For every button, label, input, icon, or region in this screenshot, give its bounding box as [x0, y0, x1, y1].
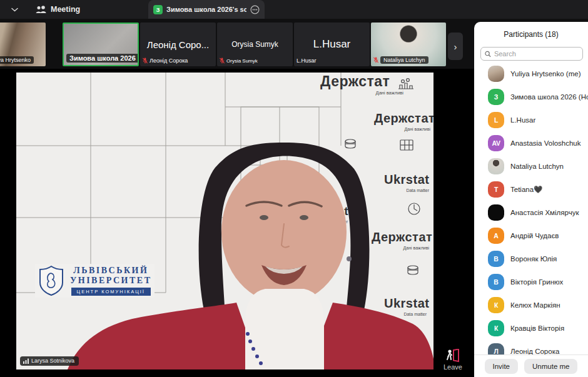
participant-name: L.Husar [510, 116, 535, 124]
svg-text:Держстат: Держстат [374, 111, 433, 125]
svg-text:Дані важливі: Дані важливі [403, 246, 430, 251]
avatar [488, 204, 504, 221]
participant-row[interactable]: L L.Husar [474, 108, 588, 131]
tab-shared-screen[interactable]: З Зимова школа 2026's screen [148, 0, 265, 19]
participant-row[interactable]: З Зимова школа 2026 (Host) [474, 85, 588, 108]
participant-row[interactable]: Yuliya Hrytsenko (me) [474, 62, 588, 85]
avatar: Л [488, 343, 504, 355]
speaker-video[interactable]: Держстат Дані важливі Держстат Дані важл… [16, 73, 433, 369]
participants-footer: Invite Unmute me [474, 354, 588, 377]
muted-mic-icon [373, 57, 378, 63]
avatar: З [488, 89, 504, 105]
svg-text:Дані важливі: Дані важливі [376, 90, 404, 96]
search-icon [485, 51, 491, 58]
avatar: T [488, 181, 504, 198]
avatar: AV [488, 135, 504, 151]
svg-text:Дані важливі: Дані важливі [405, 127, 431, 132]
invite-button[interactable]: Invite [485, 359, 519, 374]
muted-mic-icon [143, 58, 148, 64]
participant-name: Леонід Сорока [510, 348, 559, 355]
svg-text:Data matter: Data matter [406, 188, 429, 193]
chevron-down-icon[interactable] [11, 8, 18, 12]
participants-title: Participants (18) [474, 22, 588, 39]
participant-row[interactable]: Л Леонід Сорока [474, 339, 588, 354]
university-name-line2: УНІВЕРСИТЕТ [70, 276, 152, 286]
svg-text:Ukrstat: Ukrstat [384, 173, 429, 186]
svg-text:Держстат: Держстат [320, 73, 390, 89]
university-crest-icon [38, 265, 65, 296]
avatar [488, 66, 504, 82]
tab-options-icon[interactable] [250, 5, 260, 14]
participant-row[interactable]: К Келюх Маркіян [474, 293, 588, 316]
people-icon [36, 6, 46, 14]
tile-name-label: L.Husar [297, 58, 317, 64]
speaker-name-label: Larysa Sotnikova [20, 356, 79, 366]
search-input[interactable] [494, 50, 579, 58]
participant-name: Анастасія Хмілярчук [510, 209, 579, 216]
speaker-figure [68, 143, 433, 369]
participant-row[interactable]: В Вікторія Гринюх [474, 270, 588, 293]
participant-name: Anastasia Voloshchuk [510, 139, 581, 147]
avatar: В [488, 251, 504, 267]
tile-name-label: Зимова школа 2026 [66, 54, 139, 63]
avatar: К [488, 320, 504, 336]
unmute-me-button[interactable]: Unmute me [524, 359, 577, 374]
leave-button[interactable]: Leave [438, 349, 468, 371]
filmstrip-tile-orysia[interactable]: Orysia Sumyk Orysia Sumyk [217, 23, 293, 66]
participant-row[interactable]: A Андрій Чудаєв [474, 224, 588, 247]
filmstrip-tile-share-selected[interactable]: Зимова школа 2026 [63, 23, 139, 66]
participants-search[interactable] [480, 47, 583, 61]
participant-row[interactable]: Nataliya Lutchyn [474, 154, 588, 178]
tile-name-label: Orysia Sumyk [226, 58, 258, 64]
filmstrip-tile-nataliya[interactable]: Nataliya Lutchyn [371, 23, 446, 66]
university-name-line1: ЛЬВІВСЬКИЙ [73, 266, 148, 276]
svg-text:Data matter: Data matter [403, 312, 427, 316]
speaker-video-scene: Держстат Дані важливі Держстат Дані важл… [16, 73, 433, 369]
svg-text:Ukrstat: Ukrstat [384, 296, 429, 310]
university-banner: ЦЕНТР КОМУНІКАЦІЇ [71, 288, 151, 296]
tab-meeting[interactable]: Meeting [36, 5, 80, 14]
chevron-right-icon: › [454, 41, 457, 52]
filmstrip-tile-leonid[interactable]: Леонід Соро... Леонід Сорока [140, 23, 216, 66]
participant-row[interactable]: T Tetiana🖤 [474, 178, 588, 201]
participant-name: Вікторія Гринюх [510, 278, 563, 286]
meeting-tab-label: Meeting [51, 5, 80, 14]
svg-text:Держстат: Держстат [372, 230, 432, 244]
speaker-name-text: Larysa Sotnikova [31, 358, 74, 364]
participant-name: Yuliya Hrytsenko (me) [510, 70, 580, 78]
participant-row[interactable]: К Кравців Вікторія [474, 316, 588, 339]
leave-door-icon [445, 349, 460, 363]
tile-name-label: Леонід Сорока [150, 58, 188, 64]
shared-screen-badge: З [153, 5, 163, 14]
zoom-meeting-window: Держстат Дані важливі Держстат Дані важл… [0, 0, 588, 377]
filmstrip-tile-yuliya[interactable]: Yuliya Hrytsenko [0, 23, 46, 66]
participant-row[interactable]: В Вороняк Юлія [474, 247, 588, 270]
tile-name-label: Yuliya Hrytsenko [0, 56, 34, 64]
participant-name: Кравців Вікторія [510, 324, 564, 332]
audio-level-icon [23, 358, 29, 364]
avatar: К [488, 297, 504, 313]
avatar: L [488, 112, 504, 128]
participant-name: Tetiana🖤 [510, 185, 542, 194]
participants-panel: Participants (18) Yuliya Hrytsenko (me) … [474, 22, 588, 377]
window-titlebar: Meeting З Зимова школа 2026's screen [0, 0, 588, 19]
university-logo: ЛЬВІВСЬКИЙ УНІВЕРСИТЕТ ЦЕНТР КОМУНІКАЦІЇ [35, 264, 155, 298]
participant-row[interactable]: Анастасія Хмілярчук [474, 201, 588, 224]
participant-name: Вороняк Юлія [510, 255, 557, 263]
participant-name: Андрій Чудаєв [510, 232, 559, 239]
avatar: A [488, 228, 504, 244]
muted-mic-icon [220, 58, 225, 64]
tile-name-label: Nataliya Lutchyn [380, 56, 428, 64]
participant-row[interactable]: AV Anastasia Voloshchuk [474, 131, 588, 154]
avatar [488, 158, 504, 174]
participants-list: Yuliya Hrytsenko (me) З Зимова школа 202… [474, 62, 588, 354]
filmstrip-next-button[interactable]: › [448, 33, 463, 60]
participant-name: Келюх Маркіян [510, 301, 560, 309]
participant-name: Nataliya Lutchyn [510, 163, 564, 170]
participant-name: Зимова школа 2026 (Host) [510, 93, 588, 101]
filmstrip-tile-lhusar[interactable]: L.Husar L.Husar [294, 23, 370, 66]
shared-screen-tab-title: Зимова школа 2026's screen [166, 6, 246, 13]
leave-label: Leave [444, 363, 462, 371]
avatar: В [488, 274, 504, 290]
